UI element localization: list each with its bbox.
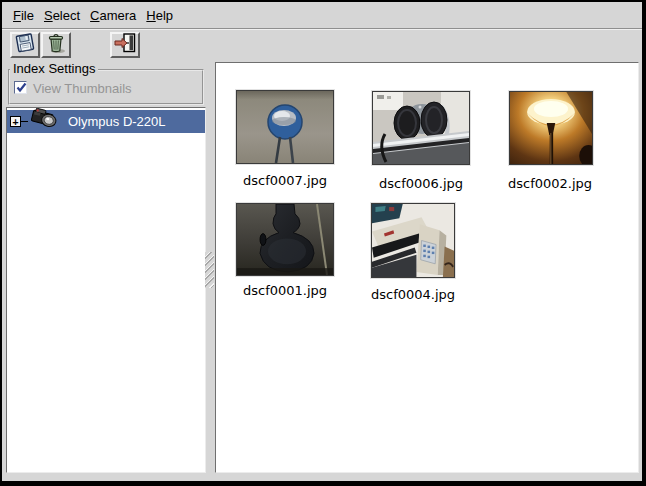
thumbnail-caption[interactable]: dscf0006.jpg xyxy=(356,176,486,191)
tree-expander-icon[interactable]: + xyxy=(10,116,21,127)
pane-resize-grip[interactable] xyxy=(205,252,214,288)
checkmark-icon xyxy=(15,81,28,94)
thumbnail-caption[interactable]: dscf0007.jpg xyxy=(220,173,350,188)
thumbnail-dscf0002[interactable] xyxy=(508,90,594,166)
exit-button[interactable] xyxy=(110,32,140,58)
exit-door-icon xyxy=(113,32,137,58)
headphones-photo xyxy=(373,92,469,164)
thumbnail-dscf0006[interactable] xyxy=(371,90,471,166)
view-thumbnails-checkbox[interactable] xyxy=(14,81,27,94)
floppy-disk-icon xyxy=(14,32,36,58)
tree-item-label: Olympus D-220L xyxy=(68,114,166,129)
menu-camera[interactable]: Camera xyxy=(88,6,138,25)
thumbnail-dscf0001[interactable] xyxy=(235,202,335,277)
thermistor-photo xyxy=(237,91,333,163)
trash-icon xyxy=(45,32,67,58)
app-window: File Select Camera Help xyxy=(2,2,642,481)
guitar-case-photo xyxy=(237,204,333,275)
menu-help[interactable]: Help xyxy=(144,6,175,25)
printer-photo xyxy=(372,204,454,277)
thumbnail-dscf0004[interactable] xyxy=(370,202,456,279)
save-button[interactable] xyxy=(10,32,40,58)
delete-button[interactable] xyxy=(41,32,71,58)
thumbnail-caption[interactable]: dscf0001.jpg xyxy=(220,283,350,298)
camera-icon xyxy=(30,108,60,135)
lamp-photo xyxy=(510,92,592,164)
view-thumbnails-label: View Thumbnails xyxy=(33,81,132,96)
camera-tree: + Olympus D-220L xyxy=(6,107,206,473)
thumbnail-dscf0007[interactable] xyxy=(235,89,335,165)
menu-file[interactable]: File xyxy=(11,6,36,25)
thumbnail-caption[interactable]: dscf0004.jpg xyxy=(348,287,478,302)
tree-connector-line xyxy=(21,121,28,122)
tree-item-olympus[interactable]: + Olympus D-220L xyxy=(7,110,205,133)
index-settings-title: Index Settings xyxy=(10,61,98,76)
menubar: File Select Camera Help xyxy=(2,2,642,29)
thumbnail-caption[interactable]: dscf0002.jpg xyxy=(485,176,615,191)
menu-select[interactable]: Select xyxy=(42,6,82,25)
